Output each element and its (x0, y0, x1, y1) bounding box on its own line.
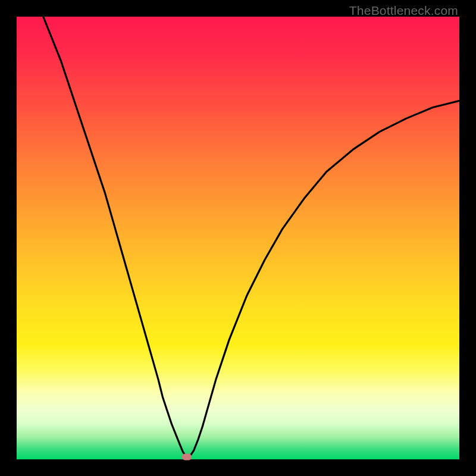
curve-svg (17, 17, 459, 459)
plot-area (17, 17, 459, 459)
bottleneck-curve (43, 17, 459, 458)
watermark-text: TheBottleneck.com (349, 4, 458, 18)
minimum-marker (182, 454, 192, 461)
